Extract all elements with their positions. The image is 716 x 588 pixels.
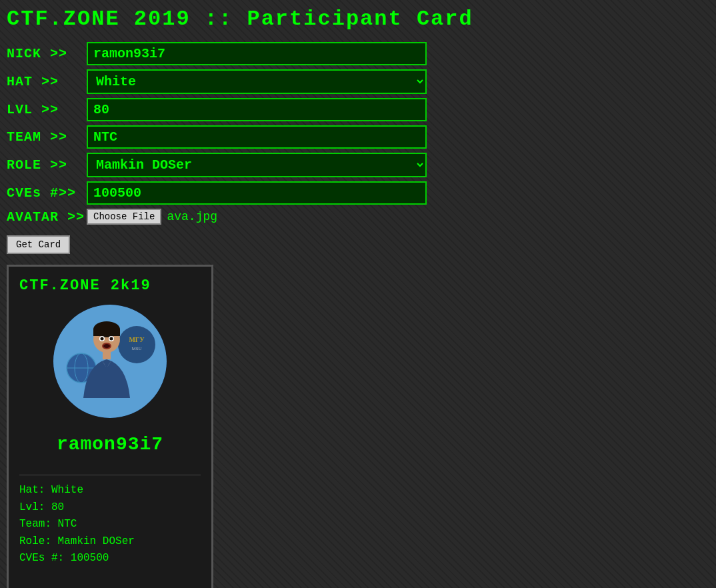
nick-row: NICK >> bbox=[7, 42, 709, 65]
card-nick: ramon93i7 bbox=[57, 434, 163, 455]
lvl-row: LVL >> bbox=[7, 98, 709, 121]
card-role-line: Role: Mamkin DOSer bbox=[19, 533, 135, 551]
card-info: Hat: White Lvl: 80 Team: NTC Role: Mamki… bbox=[19, 482, 135, 567]
avatar-label: AVATAR >> bbox=[7, 209, 87, 225]
cves-input[interactable] bbox=[87, 181, 427, 205]
avatar-row: AVATAR >> Choose File ava.jpg bbox=[7, 209, 709, 225]
file-input-wrapper: Choose File ava.jpg bbox=[87, 209, 217, 225]
svg-point-13 bbox=[103, 344, 110, 348]
svg-text:MSU: MSU bbox=[131, 346, 141, 351]
team-row: TEAM >> bbox=[7, 125, 709, 149]
svg-point-17 bbox=[110, 337, 113, 341]
svg-text:МГУ: МГУ bbox=[129, 336, 145, 343]
role-select[interactable]: Mamkin DOSer Hacker Admin bbox=[87, 153, 427, 177]
choose-file-button[interactable]: Choose File bbox=[87, 209, 161, 225]
nick-label: NICK >> bbox=[7, 46, 87, 61]
participant-card: CTF.ZONE 2k19 МГУ MSU bbox=[7, 265, 213, 588]
hat-label: HAT >> bbox=[7, 74, 87, 89]
lvl-input[interactable] bbox=[87, 98, 427, 121]
card-lvl-line: Lvl: 80 bbox=[19, 499, 135, 517]
participant-form: NICK >> HAT >> White Black Grey LVL >> T… bbox=[7, 42, 709, 225]
hat-row: HAT >> White Black Grey bbox=[7, 69, 709, 94]
cves-label: CVEs #>> bbox=[7, 185, 87, 201]
card-team-line: Team: NTC bbox=[19, 516, 135, 533]
team-label: TEAM >> bbox=[7, 129, 87, 145]
team-input[interactable] bbox=[87, 125, 427, 149]
hat-select[interactable]: White Black Grey bbox=[87, 69, 427, 94]
avatar-filename: ava.jpg bbox=[167, 210, 217, 223]
nick-input[interactable] bbox=[87, 42, 427, 65]
svg-point-16 bbox=[101, 337, 104, 341]
card-divider bbox=[19, 475, 201, 475]
svg-rect-10 bbox=[93, 329, 120, 336]
card-cves-line: CVEs #: 100500 bbox=[19, 550, 135, 567]
svg-point-1 bbox=[118, 326, 155, 363]
card-avatar: МГУ MSU bbox=[53, 305, 167, 418]
card-hat-line: Hat: White bbox=[19, 482, 135, 499]
avatar-svg: МГУ MSU bbox=[53, 305, 167, 418]
role-row: ROLE >> Mamkin DOSer Hacker Admin bbox=[7, 153, 709, 177]
svg-rect-11 bbox=[103, 351, 111, 359]
lvl-label: LVL >> bbox=[7, 102, 87, 117]
cves-row: CVEs #>> bbox=[7, 181, 709, 205]
card-title: CTF.ZONE 2k19 bbox=[19, 277, 151, 294]
page-title: CTF.ZONE 2019 :: Participant Card bbox=[7, 7, 709, 31]
get-card-button[interactable]: Get Card bbox=[7, 235, 70, 254]
role-label: ROLE >> bbox=[7, 157, 87, 173]
